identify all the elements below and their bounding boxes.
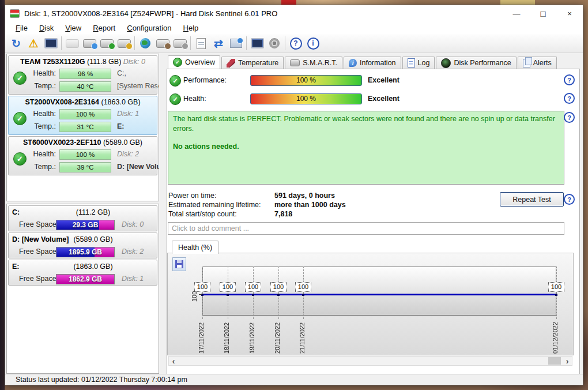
stat-value: 591 days, 0 hours — [274, 192, 335, 200]
disk-entry[interactable]: ST6000VX0023-2EF110 (5589.0 GB) ✓Health:… — [8, 136, 157, 175]
disk-search-icon[interactable] — [115, 35, 133, 51]
save-chart-button[interactable] — [172, 257, 186, 271]
x-tick-label: 21/11/2022 — [299, 319, 306, 354]
tab-disk-performance[interactable]: Disk Performance — [436, 57, 516, 69]
save-icon — [175, 260, 183, 268]
sync-arrows-icon[interactable]: ⇄ — [210, 35, 227, 51]
tab-overview[interactable]: ✓Overview — [168, 55, 220, 69]
chart-horizontal-scrollbar[interactable]: ‹ › — [168, 356, 572, 366]
performance-rating: Excellent — [368, 76, 399, 84]
performance-bar: 100 % — [250, 75, 362, 86]
partition-entry[interactable]: D: [New Volume](5589.0 GB)Free Space1895… — [8, 232, 157, 258]
performance-label: Performance: — [183, 76, 227, 84]
report-document-icon[interactable] — [193, 35, 210, 51]
menu-help[interactable]: Help — [178, 24, 205, 32]
health-bar: 100 % — [250, 93, 362, 104]
info-icon[interactable]: i — [304, 35, 322, 51]
main-panel: ✓OverviewTemperatureS.M.A.R.T.iInformati… — [167, 56, 580, 374]
stat-row: Power on time:591 days, 0 hours — [168, 192, 335, 200]
help-icon[interactable]: ? — [287, 35, 304, 51]
gridline — [253, 267, 254, 319]
network-pc-icon[interactable] — [227, 35, 244, 51]
tab-log[interactable]: Log — [402, 57, 435, 69]
detect-disk-icon[interactable] — [63, 35, 81, 51]
gridline — [228, 267, 228, 319]
health-label: Health: — [28, 150, 56, 158]
tab-label: S.M.A.R.T. — [303, 59, 337, 67]
toolbar: ↻⚠⇄?i — [5, 34, 583, 53]
repeat-test-help-icon[interactable]: ? — [564, 194, 575, 205]
gridline — [278, 267, 279, 319]
disk-connect-icon[interactable] — [154, 35, 171, 51]
menu-disk[interactable]: Disk — [33, 24, 59, 32]
x-tick-label: 20/11/2022 — [274, 319, 281, 354]
data-point — [227, 294, 229, 296]
monitor-settings-icon[interactable] — [248, 35, 266, 51]
health-value-bar: 100 % — [59, 149, 111, 160]
partition-name: E: — [12, 262, 20, 271]
temp-value-bar: 39 °C — [59, 162, 111, 172]
tab-information[interactable]: iInformation — [344, 57, 401, 69]
x-tick-label: 17/11/2022 — [198, 319, 205, 354]
health-right-text: C:, — [117, 69, 126, 77]
partition-size: (1863.0 GB) — [73, 262, 112, 271]
partition-entry[interactable]: E:(1863.0 GB)Free Space1862.9 GBDisk: 1 — [8, 260, 157, 286]
menu-report[interactable]: Report — [87, 24, 121, 32]
point-value-label: 100 — [270, 282, 287, 292]
disk-disconnect-icon[interactable] — [171, 35, 189, 51]
tab-label: Alerts — [533, 59, 552, 67]
temp-label: Temp.: — [28, 163, 56, 171]
status-help-icon[interactable]: ? — [564, 112, 575, 123]
disk-accept-icon[interactable] — [98, 35, 115, 51]
repeat-test-button[interactable]: Repeat Test — [500, 192, 564, 207]
toolbar-separator — [61, 36, 62, 50]
free-space-bar: 1862.9 GB — [56, 274, 115, 284]
disk-entry[interactable]: ST2000VX008-2E3164 (1863.0 GB) ✓Health:1… — [8, 96, 157, 135]
free-space-bar: 29.3 GB — [56, 220, 115, 230]
tab-health-chart[interactable]: Health (%) — [172, 241, 218, 254]
info-icon: i — [349, 59, 357, 67]
network-globe-disk-icon[interactable] — [137, 35, 154, 51]
smart-icon — [290, 59, 300, 66]
stat-value: more than 1000 days — [274, 201, 346, 209]
overview-content: ✓ Performance: 100 % Excellent ? ✓ Healt… — [167, 69, 580, 374]
title-bar: Disk: 1, ST2000VX008-2E3164 [Z524FWPR] -… — [5, 5, 583, 21]
stat-row: Estimated remaining lifetime:more than 1… — [168, 201, 346, 209]
scroll-left-arrow[interactable]: ‹ — [169, 357, 178, 365]
temp-label: Temp.: — [28, 122, 56, 130]
menu-file[interactable]: File — [10, 24, 33, 32]
toolbar-separator — [134, 36, 135, 50]
partition-disk-number: Disk: 1 — [122, 275, 144, 283]
menu-view[interactable]: View — [59, 24, 87, 32]
tab-s-m-a-r-t-[interactable]: S.M.A.R.T. — [285, 57, 342, 69]
disk-number-label: Disk: 0 — [123, 58, 145, 66]
window-controls: — □ × — [503, 5, 583, 21]
menu-configuration[interactable]: Configuration — [121, 24, 177, 32]
warning-icon[interactable]: ⚠ — [25, 35, 42, 51]
stat-label: Estimated remaining lifetime: — [168, 201, 274, 209]
tab-label: Overview — [185, 58, 215, 66]
performance-help-icon[interactable]: ? — [564, 74, 575, 85]
comment-input[interactable] — [168, 222, 564, 235]
close-button[interactable]: × — [556, 5, 583, 21]
temp-right-text: D: [New Volu — [117, 163, 159, 171]
health-help-icon[interactable]: ? — [564, 93, 575, 104]
temp-label: Temp.: — [28, 82, 56, 90]
tab-alerts[interactable]: Alerts — [518, 57, 557, 69]
free-space-label: Free Space — [19, 247, 56, 256]
wallpaper-tan-patch — [500, 0, 535, 5]
disk-entry[interactable]: TEAM T253X1120G (111.8 GB) Disk: 0✓Healt… — [8, 55, 157, 95]
tab-temperature[interactable]: Temperature — [221, 57, 284, 69]
speaker-icon[interactable] — [266, 35, 283, 51]
scroll-right-arrow[interactable]: › — [563, 357, 572, 365]
minimize-button[interactable]: — — [503, 5, 530, 21]
refresh-icon[interactable]: ↻ — [7, 35, 25, 51]
disk-monitor-icon[interactable] — [42, 35, 59, 51]
scrollbar-thumb[interactable] — [548, 357, 561, 365]
stat-row: Total start/stop count:7,818 — [168, 210, 292, 218]
partition-entry[interactable]: C:(111.2 GB)Free Space29.3 GBDisk: 0 — [8, 205, 157, 231]
disk-clock-icon[interactable] — [81, 35, 98, 51]
gauge-icon — [441, 58, 451, 68]
maximize-button[interactable]: □ — [530, 5, 556, 21]
disk-title: ST6000VX0023-2EF110 (5589.0 GB) — [9, 137, 157, 147]
